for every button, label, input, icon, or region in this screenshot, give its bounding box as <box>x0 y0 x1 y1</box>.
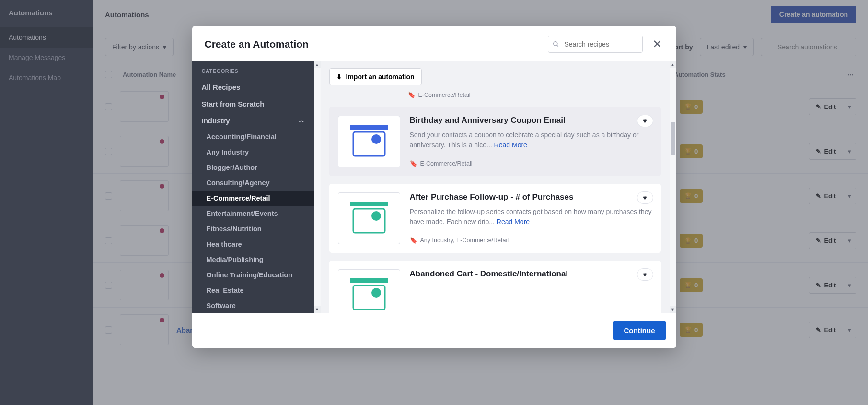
category-label: Industry <box>202 117 230 125</box>
tag-icon: 🔖 <box>408 91 416 98</box>
modal-overlay: Create an Automation ✕ CATEGORIES All Re… <box>0 0 868 405</box>
scroll-down-button[interactable]: ▼ <box>670 306 676 313</box>
tag-text: Any Industry, E-Commerce/Retail <box>420 237 509 244</box>
close-modal-button[interactable]: ✕ <box>650 37 664 51</box>
chevron-up-icon: ︿ <box>299 117 304 125</box>
tag-text: E-Commerce/Retail <box>418 92 471 98</box>
recipe-tags: 🔖E-Commerce/Retail <box>410 160 652 167</box>
modal-footer: Continue <box>192 313 676 348</box>
scroll-track[interactable] <box>670 68 676 306</box>
heart-icon: ♥ <box>643 271 647 278</box>
industry-fitness-nutrition[interactable]: Fitness/Nutrition <box>192 221 314 237</box>
industry-blogger-author[interactable]: Blogger/Author <box>192 160 314 175</box>
recipes-scrollbar: ▲ ▼ <box>670 61 676 313</box>
create-automation-modal: Create an Automation ✕ CATEGORIES All Re… <box>192 26 676 348</box>
svg-point-12 <box>371 288 381 298</box>
scroll-track[interactable] <box>314 68 321 306</box>
tag-icon: 🔖 <box>410 160 417 167</box>
recipe-thumbnail <box>338 192 400 244</box>
category-all-recipes[interactable]: All Recipes <box>192 79 314 95</box>
svg-point-2 <box>553 42 557 46</box>
categories-heading: CATEGORIES <box>192 61 314 79</box>
modal-body: CATEGORIES All RecipesStart from Scratch… <box>192 61 676 313</box>
industry-software[interactable]: Software <box>192 298 314 313</box>
recipe-card[interactable]: Birthday and Anniversary Coupon Email Se… <box>329 107 661 176</box>
recipe-tags: 🔖Any Industry, E-Commerce/Retail <box>410 237 652 244</box>
recipe-description: Send your contacts a coupon to celebrate… <box>410 130 652 150</box>
industry-online-training-education[interactable]: Online Training/Education <box>192 267 314 283</box>
heart-icon: ♥ <box>643 117 647 125</box>
categories-panel: CATEGORIES All RecipesStart from Scratch… <box>192 61 314 313</box>
scroll-down-button[interactable]: ▼ <box>314 306 321 313</box>
search-recipes-input[interactable] <box>548 36 643 53</box>
recipe-title: Abandoned Cart - Domestic/International <box>410 269 652 279</box>
recipe-body: After Purchase Follow-up - # of Purchase… <box>410 192 652 244</box>
category-start-from-scratch[interactable]: Start from Scratch <box>192 95 314 112</box>
industry-real-estate[interactable]: Real Estate <box>192 283 314 298</box>
recipe-title: After Purchase Follow-up - # of Purchase… <box>410 192 652 202</box>
industry-media-publishing[interactable]: Media/Publishing <box>192 252 314 267</box>
industry-e-commerce-retail[interactable]: E-Commerce/Retail <box>192 191 314 206</box>
modal-header: Create an Automation ✕ <box>192 26 676 61</box>
read-more-link[interactable]: Read More <box>494 141 527 149</box>
favorite-button[interactable]: ♥ <box>637 268 653 281</box>
industry-accounting-financial[interactable]: Accounting/Financial <box>192 129 314 144</box>
categories-scrollbar: ▲ ▼ <box>314 61 321 313</box>
recipe-thumbnail <box>338 116 400 167</box>
recipe-card[interactable]: After Purchase Follow-up - # of Purchase… <box>329 184 661 253</box>
recipe-title: Birthday and Anniversary Coupon Email <box>410 116 652 125</box>
svg-rect-8 <box>353 209 385 233</box>
scroll-up-button[interactable]: ▲ <box>314 61 321 68</box>
heart-icon: ♥ <box>643 194 647 202</box>
download-icon: ⬇ <box>336 73 342 81</box>
svg-line-3 <box>556 45 558 47</box>
industry-any-industry[interactable]: Any Industry <box>192 144 314 160</box>
scroll-thumb[interactable] <box>671 122 675 155</box>
scroll-up-button[interactable]: ▲ <box>670 61 676 68</box>
recipe-body: Birthday and Anniversary Coupon Email Se… <box>410 116 652 167</box>
recipe-tag-remnant: 🔖 E-Commerce/Retail <box>329 91 661 107</box>
tag-icon: 🔖 <box>410 237 417 244</box>
industry-entertainment-events[interactable]: Entertainment/Events <box>192 206 314 221</box>
svg-rect-10 <box>350 278 388 283</box>
svg-point-6 <box>371 134 381 144</box>
tag-text: E-Commerce/Retail <box>420 160 473 167</box>
recipe-thumbnail <box>338 269 400 313</box>
recipes-scroll[interactable]: 🔖 E-Commerce/Retail Birthday and Anniver… <box>321 85 670 313</box>
svg-rect-4 <box>350 125 388 130</box>
favorite-button[interactable]: ♥ <box>637 115 653 127</box>
svg-rect-7 <box>350 202 388 206</box>
import-automation-button[interactable]: ⬇ Import an automation <box>329 68 422 85</box>
import-label: Import an automation <box>346 73 415 81</box>
svg-rect-11 <box>353 286 385 310</box>
recipes-panel: ⬇ Import an automation 🔖 E-Commerce/Reta… <box>321 61 670 313</box>
modal-search-wrap <box>548 36 643 53</box>
svg-point-9 <box>371 211 381 221</box>
search-icon <box>553 41 559 48</box>
recipe-card[interactable]: Abandoned Cart - Domestic/International … <box>329 261 661 313</box>
industry-healthcare[interactable]: Healthcare <box>192 237 314 252</box>
recipe-description: Personalize the follow-up series contact… <box>410 207 652 227</box>
modal-title: Create an Automation <box>205 38 540 50</box>
continue-button[interactable]: Continue <box>613 321 666 340</box>
svg-rect-5 <box>353 132 385 156</box>
category-industry[interactable]: Industry ︿ <box>192 112 314 129</box>
recipe-body: Abandoned Cart - Domestic/International <box>410 269 652 313</box>
industry-consulting-agency[interactable]: Consulting/Agency <box>192 175 314 191</box>
favorite-button[interactable]: ♥ <box>637 191 653 204</box>
read-more-link[interactable]: Read More <box>497 218 530 226</box>
